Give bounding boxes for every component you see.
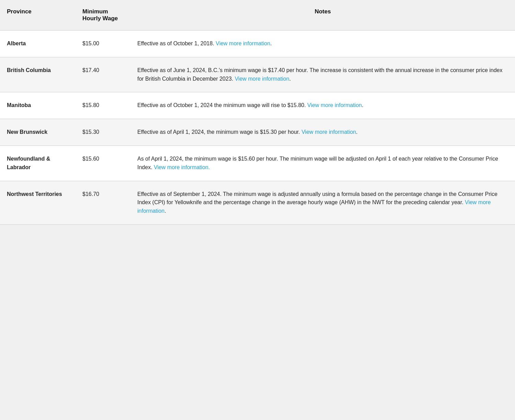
notes-suffix: . — [289, 76, 291, 82]
view-more-link[interactable]: View more information — [235, 76, 289, 82]
province-cell: Manitoba — [0, 92, 76, 119]
view-more-link[interactable]: View more information — [301, 129, 356, 135]
notes-cell: Effective as of June 1, 2024, B.C.'s min… — [130, 57, 515, 92]
wage-cell: $15.00 — [76, 31, 130, 57]
table-header-row: Province Minimum Hourly Wage Notes — [0, 0, 515, 31]
notes-suffix: . — [164, 208, 166, 214]
view-more-link[interactable]: View more information — [307, 102, 362, 108]
wage-cell: $16.70 — [76, 181, 130, 224]
province-cell: Newfoundland & Labrador — [0, 145, 76, 181]
table-row: Manitoba$15.80Effective as of October 1,… — [0, 92, 515, 119]
wage-cell: $15.80 — [76, 92, 130, 119]
notes-text: Effective as of September 1, 2024. The m… — [137, 191, 497, 206]
notes-suffix: . — [362, 102, 363, 108]
notes-cell: Effective as of September 1, 2024. The m… — [130, 181, 515, 224]
table-row: New Brunswick$15.30Effective as of April… — [0, 119, 515, 146]
view-more-link[interactable]: View more information — [216, 40, 270, 46]
wage-cell: $15.60 — [76, 145, 130, 181]
wage-cell: $15.30 — [76, 119, 130, 146]
province-cell: British Columbia — [0, 57, 76, 92]
table-container: Province Minimum Hourly Wage Notes Alber… — [0, 0, 515, 225]
notes-text: Effective as of October 1, 2018. — [137, 40, 216, 46]
notes-text: Effective as of April 1, 2024, the minim… — [137, 129, 301, 135]
notes-suffix: . — [356, 129, 357, 135]
notes-cell: Effective as of April 1, 2024, the minim… — [130, 119, 515, 146]
notes-text: Effective as of October 1, 2024 the mini… — [137, 102, 307, 108]
view-more-link[interactable]: View more information. — [154, 164, 210, 170]
table-row: Newfoundland & Labrador$15.60As of April… — [0, 145, 515, 181]
table-row: Alberta$15.00Effective as of October 1, … — [0, 31, 515, 57]
province-cell: Northwest Territories — [0, 181, 76, 224]
province-cell: New Brunswick — [0, 119, 76, 146]
notes-cell: Effective as of October 1, 2024 the mini… — [130, 92, 515, 119]
notes-cell: Effective as of October 1, 2018. View mo… — [130, 31, 515, 57]
notes-header: Notes — [130, 0, 515, 31]
province-header: Province — [0, 0, 76, 31]
table-row: British Columbia$17.40Effective as of Ju… — [0, 57, 515, 92]
notes-suffix: . — [270, 40, 272, 46]
wage-header: Minimum Hourly Wage — [76, 0, 130, 31]
wage-cell: $17.40 — [76, 57, 130, 92]
province-cell: Alberta — [0, 31, 76, 57]
notes-text: Effective as of June 1, 2024, B.C.'s min… — [137, 67, 502, 82]
notes-cell: As of April 1, 2024, the minimum wage is… — [130, 145, 515, 181]
minimum-wage-table: Province Minimum Hourly Wage Notes Alber… — [0, 0, 515, 225]
table-row: Northwest Territories$16.70Effective as … — [0, 181, 515, 224]
